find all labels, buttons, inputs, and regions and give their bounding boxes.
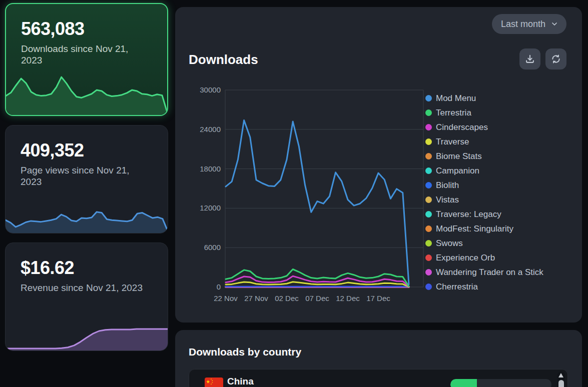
country-list: China — [189, 369, 568, 387]
legend-item[interactable]: Swows — [425, 236, 575, 250]
legend-item[interactable]: Wandering Trader on a Stick — [425, 265, 575, 280]
country-row-china: China — [189, 370, 567, 387]
main-column: Last month Downloads 060001200018000 — [175, 7, 582, 387]
export-button[interactable] — [519, 48, 540, 70]
svg-text:17 Dec: 17 Dec — [366, 294, 390, 302]
legend-label: Experience Orb — [436, 253, 495, 263]
svg-text:18000: 18000 — [200, 164, 221, 173]
legend-item[interactable]: Cinderscapes — [425, 120, 575, 134]
svg-text:0: 0 — [217, 282, 221, 291]
legend-dot — [425, 269, 432, 276]
legend-label: ModFest: Singularity — [436, 224, 513, 234]
downloads-chart-panel: Last month Downloads 060001200018000 — [175, 7, 582, 322]
revenue-sparkline — [6, 312, 168, 350]
legend-dot — [425, 138, 432, 145]
legend-label: Cherrestria — [436, 282, 478, 292]
legend-dot — [425, 153, 432, 160]
download-icon — [524, 54, 535, 64]
legend-label: Swows — [436, 238, 463, 248]
legend-dot — [425, 211, 432, 218]
legend-item[interactable]: Traverse: Legacy — [425, 207, 575, 222]
svg-text:12000: 12000 — [200, 204, 221, 212]
stat-card-downloads[interactable]: 563,083 Downloads since Nov 21, 2023 — [5, 3, 168, 116]
chevron-down-icon — [550, 20, 558, 28]
scroll-up-arrow-icon[interactable] — [558, 373, 563, 378]
svg-text:27 Nov: 27 Nov — [244, 294, 268, 302]
revenue-total: $16.62 — [21, 258, 154, 278]
legend-item[interactable]: Biome Stats — [425, 149, 575, 164]
legend-dot — [425, 284, 432, 290]
legend-label: Cinderscapes — [436, 122, 488, 132]
legend-label: Wandering Trader on a Stick — [436, 268, 543, 278]
svg-text:22 Nov: 22 Nov — [214, 294, 238, 302]
progress-fill — [450, 379, 477, 387]
legend-label: Traverse — [436, 137, 469, 147]
pageviews-sparkline — [6, 190, 168, 233]
china-flag — [205, 378, 223, 387]
date-range-dropdown[interactable]: Last month — [492, 14, 566, 34]
svg-text:30000: 30000 — [200, 86, 221, 94]
svg-text:02 Dec: 02 Dec — [275, 294, 299, 302]
downloads-sparkline — [6, 67, 167, 115]
downloads-total-label: Downloads since Nov 21, 2023 — [21, 43, 146, 67]
downloads-line-chart: 060001200018000240003000022 Nov27 Nov02 … — [195, 85, 426, 308]
country-name: China — [227, 376, 254, 387]
legend-label: Traverse: Legacy — [436, 210, 501, 220]
stat-card-text: 409,352 Page views since Nov 21, 2023 — [6, 126, 168, 188]
revenue-total-label: Revenue since Nov 21, 2023 — [21, 282, 146, 294]
legend-label: Biolith — [436, 180, 459, 190]
country-progress-track — [450, 379, 551, 387]
legend-dot — [425, 110, 432, 116]
legend-dot — [425, 226, 432, 232]
legend-item[interactable]: Mod Menu — [425, 91, 575, 106]
legend-item[interactable]: Experience Orb — [425, 250, 575, 265]
legend-item[interactable]: Vistas — [425, 192, 575, 207]
legend-dot — [425, 254, 432, 261]
legend-item[interactable]: Biolith — [425, 178, 575, 192]
legend-label: Terrestria — [436, 108, 471, 118]
dashboard: 563,083 Downloads since Nov 21, 2023 409… — [0, 0, 588, 387]
legend-label: Campanion — [436, 166, 479, 176]
legend-dot — [425, 168, 432, 174]
legend-item[interactable]: Campanion — [425, 164, 575, 178]
date-range-label: Last month — [501, 19, 545, 30]
legend-dot — [425, 240, 432, 246]
country-list-scrollbar[interactable] — [557, 372, 565, 387]
stat-card-text: $16.62 Revenue since Nov 21, 2023 — [6, 243, 168, 294]
pageviews-total-label: Page views since Nov 21, 2023 — [21, 164, 146, 188]
legend-item[interactable]: Terrestria — [425, 106, 575, 120]
legend-label: Vistas — [436, 195, 459, 205]
legend-dot — [425, 124, 432, 130]
legend-item[interactable]: ModFest: Singularity — [425, 222, 575, 236]
svg-text:07 Dec: 07 Dec — [305, 294, 329, 302]
legend-item[interactable]: Traverse — [425, 134, 575, 149]
svg-text:6000: 6000 — [204, 243, 221, 252]
refresh-icon — [550, 54, 561, 64]
legend-label: Mod Menu — [436, 94, 476, 104]
legend-label: Biome Stats — [436, 152, 482, 162]
stat-card-pageviews[interactable]: 409,352 Page views since Nov 21, 2023 — [5, 125, 168, 234]
legend-item[interactable]: Cherrestria — [425, 280, 575, 294]
stat-cards-column: 563,083 Downloads since Nov 21, 2023 409… — [5, 3, 168, 387]
legend-dot — [425, 196, 432, 203]
pageviews-total: 409,352 — [21, 140, 154, 160]
chart-actions — [519, 48, 566, 70]
stat-card-text: 563,083 Downloads since Nov 21, 2023 — [6, 4, 167, 66]
country-section-title: Downloads by country — [189, 346, 301, 358]
chart-legend: Mod MenuTerrestriaCinderscapesTraverseBi… — [425, 91, 575, 294]
svg-text:24000: 24000 — [200, 125, 221, 134]
legend-dot — [425, 95, 432, 102]
downloads-total: 563,083 — [21, 19, 153, 39]
downloads-by-country-panel: Downloads by country China — [175, 330, 582, 387]
stat-card-revenue[interactable]: $16.62 Revenue since Nov 21, 2023 — [5, 242, 168, 351]
refresh-button[interactable] — [545, 48, 566, 70]
scrollbar-thumb[interactable] — [558, 380, 564, 387]
chart-title: Downloads — [189, 52, 258, 68]
legend-dot — [425, 182, 432, 188]
svg-text:12 Dec: 12 Dec — [336, 294, 360, 302]
